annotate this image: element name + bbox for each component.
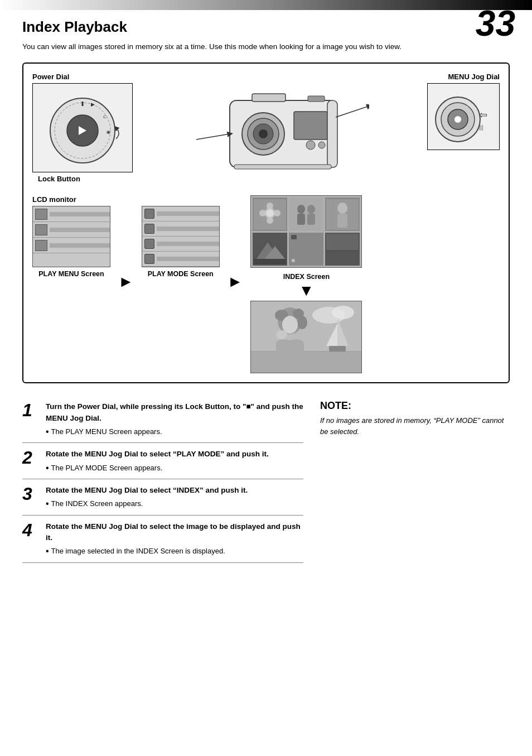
svg-point-38 bbox=[307, 205, 315, 214]
svg-point-66 bbox=[276, 330, 287, 339]
final-image-svg bbox=[251, 301, 361, 373]
bullet-1: • bbox=[46, 426, 49, 437]
play-menu-line-1 bbox=[50, 212, 110, 216]
play-mode-line-1 bbox=[157, 211, 219, 216]
play-mode-icon-4 bbox=[144, 254, 154, 264]
svg-text:▣: ▣ bbox=[107, 130, 110, 134]
play-menu-icon-2 bbox=[35, 224, 47, 235]
power-dial-area: Power Dial ▶ bbox=[32, 73, 155, 183]
step-sub-4: • The image selected in the INDEX Screen… bbox=[46, 546, 303, 557]
note-box: NOTE: If no images are stored in memory,… bbox=[320, 396, 510, 441]
svg-rect-39 bbox=[307, 214, 315, 225]
play-menu-row-3 bbox=[33, 238, 110, 253]
power-dial-svg: ▶ C ▣ bbox=[35, 86, 130, 170]
index-cell-svg-5: ▣ bbox=[290, 234, 322, 264]
svg-rect-14 bbox=[252, 94, 286, 102]
svg-rect-48 bbox=[291, 235, 297, 239]
play-mode-line-2 bbox=[157, 227, 219, 231]
page-title: Index Playback bbox=[22, 18, 510, 36]
step-main-1: Turn the Power Dial, while pressing its … bbox=[46, 401, 303, 424]
page-number: 33 bbox=[476, 6, 515, 41]
play-mode-icon-2 bbox=[144, 224, 154, 234]
svg-rect-56 bbox=[251, 351, 361, 373]
svg-rect-16 bbox=[327, 100, 337, 167]
step-number-4: 4 bbox=[22, 521, 40, 539]
index-cell-svg-2 bbox=[290, 199, 322, 230]
svg-point-17 bbox=[306, 141, 315, 150]
svg-point-36 bbox=[297, 205, 305, 214]
bullet-3: • bbox=[46, 498, 49, 509]
step-content-4: Rotate the MENU Jog Dial to select the i… bbox=[46, 521, 303, 557]
play-menu-block: LCD monitor bbox=[32, 195, 110, 278]
index-cell-5: ▣ bbox=[289, 233, 323, 266]
step-content-2: Rotate the MENU Jog Dial to select “PLAY… bbox=[46, 449, 303, 473]
steps-section: 1 Turn the Power Dial, while pressing it… bbox=[22, 396, 510, 563]
index-cell-2 bbox=[289, 198, 323, 231]
svg-text:▣: ▣ bbox=[291, 258, 296, 263]
play-menu-screen-image bbox=[32, 206, 110, 267]
index-screen-label: INDEX Screen bbox=[283, 273, 330, 281]
note-text: If no images are stored in memory, “PLAY… bbox=[320, 415, 510, 437]
svg-point-18 bbox=[318, 142, 325, 148]
svg-point-34 bbox=[266, 209, 274, 217]
svg-point-25 bbox=[454, 116, 461, 123]
step-number-3: 3 bbox=[22, 485, 40, 503]
diagram-box: Power Dial ▶ bbox=[22, 62, 510, 383]
play-menu-line-3 bbox=[50, 243, 110, 248]
index-cell-svg-4 bbox=[254, 234, 286, 264]
screens-section: LCD monitor bbox=[32, 195, 500, 373]
play-menu-icon-1 bbox=[35, 209, 47, 220]
play-mode-row-1 bbox=[142, 206, 219, 221]
note-section: NOTE: If no images are stored in memory,… bbox=[320, 396, 510, 563]
page-content: Index Playback You can view all images s… bbox=[0, 10, 532, 580]
intro-text: You can view all images stored in memory… bbox=[22, 41, 510, 52]
step-content-3: Rotate the MENU Jog Dial to select “INDE… bbox=[46, 485, 303, 509]
play-mode-block: x bbox=[142, 195, 220, 278]
step-content-1: Turn the Power Dial, while pressing its … bbox=[46, 401, 303, 437]
play-mode-line-4 bbox=[157, 257, 219, 261]
play-mode-screen-label: PLAY MODE Screen bbox=[148, 270, 214, 278]
step-main-2: Rotate the MENU Jog Dial to select “PLAY… bbox=[46, 449, 303, 460]
step-sub-1: • The PLAY MENU Screen appears. bbox=[46, 426, 303, 437]
bullet-2: • bbox=[46, 463, 49, 473]
svg-text:|||: ||| bbox=[479, 124, 483, 131]
play-mode-icon-1 bbox=[144, 209, 154, 219]
index-cell-4 bbox=[253, 233, 287, 266]
step-number-1: 1 bbox=[22, 401, 40, 419]
play-menu-row-2 bbox=[33, 222, 110, 238]
svg-rect-13 bbox=[294, 112, 327, 139]
step-sub-3: • The INDEX Screen appears. bbox=[46, 498, 303, 509]
step-row-3: 3 Rotate the MENU Jog Dial to select “IN… bbox=[22, 479, 303, 516]
play-mode-row-2 bbox=[142, 221, 219, 237]
menu-jog-image: ⇦ ||| bbox=[427, 83, 500, 150]
top-gradient-bar bbox=[0, 0, 532, 10]
svg-line-20 bbox=[196, 134, 230, 139]
menu-jog-label: MENU Jog Dial bbox=[448, 73, 500, 81]
play-mode-icon-3 bbox=[144, 239, 154, 249]
svg-point-30 bbox=[267, 203, 273, 209]
step-row-1: 1 Turn the Power Dial, while pressing it… bbox=[22, 396, 303, 443]
svg-point-12 bbox=[259, 129, 268, 138]
step-sub-2: • The PLAY MODE Screen appears. bbox=[46, 463, 303, 474]
svg-text:C: C bbox=[103, 114, 107, 119]
svg-point-41 bbox=[337, 203, 347, 214]
lock-button-label: Lock Button bbox=[38, 175, 80, 183]
play-mode-row-4 bbox=[142, 252, 219, 267]
index-final-col: ▣ INDEX Screen ▼ bbox=[250, 195, 362, 373]
play-mode-screen-image bbox=[142, 206, 220, 267]
svg-rect-35 bbox=[290, 199, 322, 230]
camera-illustration bbox=[155, 73, 410, 184]
index-cell-svg-3 bbox=[326, 199, 359, 230]
camera-section: Power Dial ▶ bbox=[32, 73, 500, 184]
menu-jog-svg: ⇦ ||| bbox=[430, 86, 497, 147]
play-menu-line-2 bbox=[50, 228, 110, 232]
svg-rect-51 bbox=[326, 251, 359, 264]
play-menu-row-1 bbox=[33, 206, 110, 222]
index-cell-3 bbox=[325, 198, 360, 231]
arrow-right-1: ► bbox=[118, 273, 134, 291]
index-cell-1 bbox=[253, 198, 287, 231]
bullet-4: • bbox=[46, 546, 49, 556]
index-cell-svg-1 bbox=[254, 199, 286, 230]
note-title: NOTE: bbox=[320, 400, 510, 412]
step-main-4: Rotate the MENU Jog Dial to select the i… bbox=[46, 521, 303, 544]
